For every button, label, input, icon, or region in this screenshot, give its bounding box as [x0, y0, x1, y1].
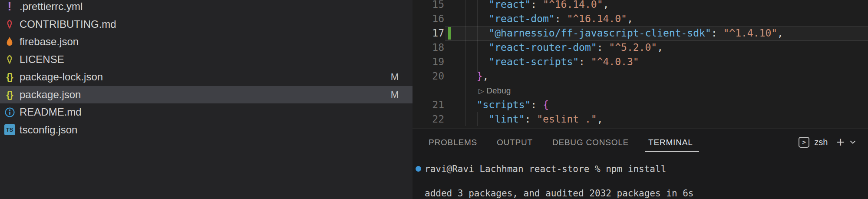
file-row-tsconfig-json[interactable]: TStsconfig.json: [0, 121, 413, 139]
chevron-down-icon[interactable]: [849, 138, 857, 146]
code-line-22[interactable]: 22 "lint": "eslint .",: [413, 112, 868, 126]
code-text: "@harnessio/ff-javascript-client-sdk": "…: [465, 26, 783, 40]
terminal-output[interactable]: ravi@Ravi Lachhman react-store % npm ins…: [425, 163, 868, 199]
file-row-contributing-md[interactable]: CONTRIBUTING.md: [0, 16, 413, 33]
code-line-17[interactable]: 17 "@harnessio/ff-javascript-client-sdk"…: [413, 26, 868, 40]
code-line-15[interactable]: 15 "react": "^16.14.0",: [413, 0, 868, 12]
panel-tab-bar: PROBLEMSOUTPUTDEBUG CONSOLETERMINAL: [429, 129, 693, 157]
code-token: :: [711, 27, 723, 39]
terminal-text: ravi@Ravi Lachhman react-store % npm ins…: [425, 164, 666, 174]
code-text: "lint": "eslint .",: [465, 112, 603, 126]
code-token: "lint": [488, 113, 525, 125]
code-token: :: [531, 99, 543, 110]
code-token: :: [579, 56, 591, 67]
code-line-19[interactable]: 19 "react-scripts": "^4.0.3": [413, 55, 868, 69]
code-line-20[interactable]: 20 },: [413, 69, 868, 83]
terminal-text: added 3 packages, and audited 2032 packa…: [425, 188, 694, 199]
file-list: !.prettierrc.ymlCONTRIBUTING.mdfirebase.…: [0, 0, 413, 139]
tab-terminal[interactable]: TERMINAL: [648, 129, 693, 157]
codelens-debug-link[interactable]: ▷Debug: [479, 83, 511, 98]
line-number: 20: [413, 69, 444, 83]
code-token: ,: [627, 13, 633, 24]
terminal-icon[interactable]: >: [799, 137, 809, 148]
typescript-icon: TS: [3, 123, 16, 136]
code-text: "react-scripts": "^4.0.3": [465, 55, 639, 69]
code-token: :: [531, 0, 543, 10]
code-token: }: [477, 70, 483, 82]
firebase-flame-icon: [3, 35, 16, 48]
file-name: README.md: [20, 106, 82, 118]
code-token: "@harnessio/ff-javascript-client-sdk": [488, 27, 711, 39]
code-token: "react": [488, 0, 531, 10]
file-explorer: !.prettierrc.ymlCONTRIBUTING.mdfirebase.…: [0, 0, 413, 199]
file-row-readme-md[interactable]: README.md: [0, 103, 413, 121]
code-token: ,: [483, 70, 489, 82]
code-token: "^4.0.3": [591, 56, 639, 67]
tab-problems[interactable]: PROBLEMS: [429, 129, 477, 157]
line-number: 15: [413, 0, 444, 12]
file-name: firebase.json: [20, 36, 79, 48]
code-line-21[interactable]: 21 "scripts": {: [413, 98, 868, 112]
prettier-exclamation-icon: !: [3, 0, 16, 13]
json-braces-icon: {}: [3, 88, 16, 101]
tab-debug-console[interactable]: DEBUG CONSOLE: [552, 129, 629, 157]
file-name: LICENSE: [20, 53, 64, 66]
codelens-row: ▷Debug: [413, 83, 868, 98]
code-token: "^16.14.0": [567, 13, 627, 24]
line-number: 21: [413, 98, 444, 112]
ribbon-icon: [3, 18, 16, 31]
code-token: ,: [597, 113, 603, 125]
code-token: "^16.14.0": [543, 0, 603, 10]
line-number: 19: [413, 55, 444, 69]
file-row-package-json[interactable]: {}package.jsonM: [0, 86, 413, 104]
code-token: "react-router-dom": [488, 42, 597, 53]
code-token: "^1.4.10": [723, 27, 777, 39]
terminal-controls: > zsh +: [799, 136, 857, 148]
code-token: ,: [657, 42, 663, 53]
file-row--prettierrc-yml[interactable]: !.prettierrc.yml: [0, 0, 413, 16]
code-text: "react": "^16.14.0",: [465, 0, 609, 12]
code-editor[interactable]: 15 "react": "^16.14.0",16 "react-dom": "…: [413, 0, 868, 129]
git-modified-badge: M: [391, 89, 399, 100]
code-token: [465, 13, 488, 24]
code-token: ,: [603, 0, 609, 10]
line-number: 16: [413, 12, 444, 26]
file-name: CONTRIBUTING.md: [20, 18, 116, 30]
code-token: "scripts": [477, 99, 531, 110]
json-braces-icon: {}: [3, 70, 16, 83]
code-token: "react-dom": [488, 13, 554, 24]
file-row-package-lock-json[interactable]: {}package-lock.jsonM: [0, 68, 413, 86]
info-circle-icon: [3, 106, 16, 119]
file-row-license[interactable]: LICENSE: [0, 51, 413, 69]
code-token: [465, 113, 488, 125]
shell-name-label[interactable]: zsh: [814, 137, 828, 147]
code-text: },: [465, 69, 488, 83]
file-name: tsconfig.json: [20, 124, 77, 136]
code-token: [465, 0, 488, 10]
code-token: [465, 56, 488, 67]
tab-output[interactable]: OUTPUT: [497, 129, 533, 157]
command-decoration-dot[interactable]: [416, 166, 421, 172]
terminal-line: added 3 packages, and audited 2032 packa…: [425, 187, 868, 199]
new-terminal-button[interactable]: +: [836, 137, 845, 147]
codelens-label: Debug: [486, 86, 511, 95]
code-text: "scripts": {: [465, 98, 549, 112]
file-row-firebase-json[interactable]: firebase.json: [0, 33, 413, 51]
file-name: package-lock.json: [20, 71, 103, 83]
line-number: 17: [413, 26, 444, 40]
terminal-line: ravi@Ravi Lachhman react-store % npm ins…: [425, 163, 868, 175]
code-token: "eslint .": [537, 113, 597, 125]
license-ribbon-icon: [3, 53, 16, 66]
bottom-panel: PROBLEMSOUTPUTDEBUG CONSOLETERMINAL > zs…: [413, 129, 868, 199]
file-name: package.json: [20, 89, 81, 101]
play-outline-icon: ▷: [479, 87, 484, 95]
code-token: :: [525, 113, 537, 125]
code-token: "^5.2.0": [609, 42, 657, 53]
code-token: ,: [777, 27, 783, 39]
code-token: [465, 99, 477, 110]
file-name: .prettierrc.yml: [20, 0, 83, 13]
code-token: {: [543, 99, 549, 110]
terminal-line: [425, 175, 868, 187]
code-line-16[interactable]: 16 "react-dom": "^16.14.0",: [413, 12, 868, 26]
code-line-18[interactable]: 18 "react-router-dom": "^5.2.0",: [413, 40, 868, 55]
